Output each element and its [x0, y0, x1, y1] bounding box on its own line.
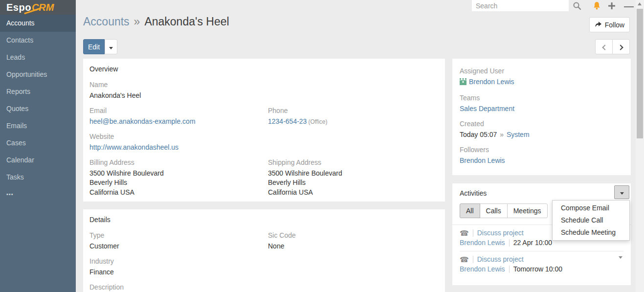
field-sic-label: Sic Code — [268, 231, 439, 240]
billing-line-3: California USA — [89, 188, 268, 198]
field-sic-value: None — [268, 242, 439, 251]
field-teams: Teams Sales Department — [460, 94, 623, 113]
field-type-label: Type — [89, 231, 268, 240]
created-by-link[interactable]: System — [507, 131, 530, 138]
hamburger-menu-icon[interactable] — [624, 2, 634, 12]
follow-arrow-icon — [595, 21, 602, 29]
notifications-bell-icon[interactable] — [592, 1, 601, 11]
next-record-button[interactable] — [612, 39, 630, 54]
sidebar-item-emails[interactable]: Emails — [0, 117, 76, 135]
activity-datetime: 22 Apr 10:00 — [513, 239, 552, 247]
field-description: Description — [89, 283, 268, 292]
field-assigned-user: Assigned User Brendon Lewis — [460, 67, 623, 88]
scrollbar-up-arrow[interactable] — [638, 2, 642, 5]
assigned-user-link[interactable]: Brendon Lewis — [469, 78, 514, 86]
tab-all[interactable]: All — [460, 203, 480, 218]
sidebar-item-quotes[interactable]: Quotes — [0, 100, 76, 117]
field-sic-code: Sic Code None — [268, 231, 439, 251]
activity-row: ☎ Discuss project Brendon Lewis Tomorrow… — [460, 251, 623, 277]
field-shipping-address: Shipping Address 3500 Wilshire Boulevard… — [268, 158, 439, 197]
logo-text-crm: CRM — [32, 2, 54, 13]
espocrm-logo[interactable]: EspoCRM — [0, 0, 76, 15]
assigned-user-label: Assigned User — [460, 67, 623, 76]
breadcrumb: Accounts»Anakonda's Heel — [83, 15, 229, 28]
sidebar-nav: Accounts Contacts Leads Opportunities Re… — [0, 15, 76, 203]
call-phone-icon: ☎ — [460, 256, 469, 263]
sidebar-item-accounts[interactable]: Accounts — [0, 15, 76, 32]
sidebar-item-leads[interactable]: Leads — [0, 49, 76, 66]
field-created: Created Today 05:07 » System — [460, 120, 623, 139]
sidebar: EspoCRM Accounts Contacts Leads Opportun… — [0, 0, 76, 292]
side-info-panel: Assigned User Brendon Lewis Teams Sales … — [452, 59, 631, 175]
field-email-label: Email — [89, 107, 268, 115]
user-avatar — [460, 78, 466, 88]
field-name-label: Name — [89, 81, 268, 90]
activity-user-link[interactable]: Brendon Lewis — [460, 239, 505, 247]
details-fields: Type Customer Sic Code None Industry Fin… — [89, 231, 439, 292]
quick-create-plus-icon[interactable] — [607, 1, 617, 11]
overview-fields: Name Anakonda's Heel Email heel@be.anako… — [89, 81, 439, 204]
field-phone: Phone 1234-654-23(Office) — [268, 107, 439, 126]
call-phone-icon: ☎ — [460, 229, 469, 237]
field-type-value: Customer — [89, 242, 268, 251]
breadcrumb-accounts-link[interactable]: Accounts — [83, 15, 130, 28]
follow-button[interactable]: Follow — [589, 17, 630, 32]
field-industry-label: Industry — [89, 257, 268, 266]
field-billing-address: Billing Address 3500 Wilshire Boulevard … — [89, 158, 268, 197]
previous-record-button[interactable] — [595, 39, 613, 54]
field-description-label: Description — [89, 283, 268, 292]
spacer — [268, 133, 439, 158]
activity-title-link[interactable]: Discuss project — [477, 255, 524, 263]
divider — [473, 229, 473, 237]
phone-link[interactable]: 1234-654-23 — [268, 117, 307, 125]
field-email: Email heel@be.anakondas-example.com — [89, 107, 268, 126]
chevron-down-icon — [109, 47, 113, 49]
edit-dropdown-caret-button[interactable] — [105, 39, 117, 54]
field-industry: Industry Finance — [89, 257, 268, 277]
tab-meetings[interactable]: Meetings — [507, 203, 548, 218]
search-input[interactable] — [472, 0, 569, 11]
team-link[interactable]: Sales Department — [460, 105, 514, 112]
shipping-line-2: Beverly Hills — [268, 178, 439, 188]
sidebar-item-cases[interactable]: Cases — [0, 135, 76, 152]
page-title: Anakonda's Heel — [144, 15, 229, 28]
sidebar-item-opportunities[interactable]: Opportunities — [0, 66, 76, 83]
field-billing-label: Billing Address — [89, 158, 268, 167]
website-link[interactable]: http://www.anakondasheel.us — [89, 143, 178, 151]
tab-calls[interactable]: Calls — [480, 203, 508, 218]
email-link[interactable]: heel@be.anakondas-example.com — [89, 117, 196, 125]
sidebar-item-calendar[interactable]: Calendar — [0, 152, 76, 169]
sidebar-item-reports[interactable]: Reports — [0, 83, 76, 100]
activity-user-link[interactable]: Brendon Lewis — [460, 265, 505, 273]
activity-actions-caret-icon[interactable] — [619, 256, 622, 259]
spacer — [268, 257, 439, 283]
created-label: Created — [460, 120, 623, 129]
menu-item-schedule-call[interactable]: Schedule Call — [553, 214, 629, 226]
overview-panel: Overview Name Anakonda's Heel Email heel… — [83, 59, 445, 202]
activity-datetime: Tomorrow 10:00 — [513, 265, 562, 273]
menu-item-schedule-meeting[interactable]: Schedule Meeting — [553, 226, 629, 239]
activities-actions-dropdown-button[interactable] — [614, 185, 629, 199]
billing-line-1: 3500 Wilshire Boulevard — [89, 169, 268, 179]
field-website-label: Website — [89, 133, 268, 141]
espocrm-app: EspoCRM Accounts Contacts Leads Opportun… — [0, 0, 644, 292]
activity-title-link[interactable]: Discuss project — [477, 229, 524, 237]
followers-label: Followers — [460, 146, 623, 155]
vertical-scrollbar[interactable] — [636, 0, 644, 292]
field-type: Type Customer — [89, 231, 268, 251]
sidebar-item-contacts[interactable]: Contacts — [0, 32, 76, 49]
billing-line-2: Beverly Hills — [89, 178, 268, 188]
field-followers: Followers Brendon Lewis — [460, 146, 623, 165]
activities-panel-header: Activities — [460, 189, 623, 197]
field-name: Name Anakonda's Heel — [89, 81, 268, 100]
scrollbar-thumb[interactable] — [637, 9, 643, 138]
follow-button-label: Follow — [605, 21, 624, 29]
sidebar-more-ellipsis[interactable]: ••• — [0, 186, 76, 203]
field-phone-label: Phone — [268, 107, 439, 115]
search-icon[interactable] — [572, 1, 582, 11]
menu-item-compose-email[interactable]: Compose Email — [553, 202, 629, 214]
sidebar-item-tasks[interactable]: Tasks — [0, 169, 76, 186]
teams-label: Teams — [460, 94, 623, 103]
follower-link[interactable]: Brendon Lewis — [460, 157, 505, 164]
edit-button[interactable]: Edit — [83, 39, 105, 54]
